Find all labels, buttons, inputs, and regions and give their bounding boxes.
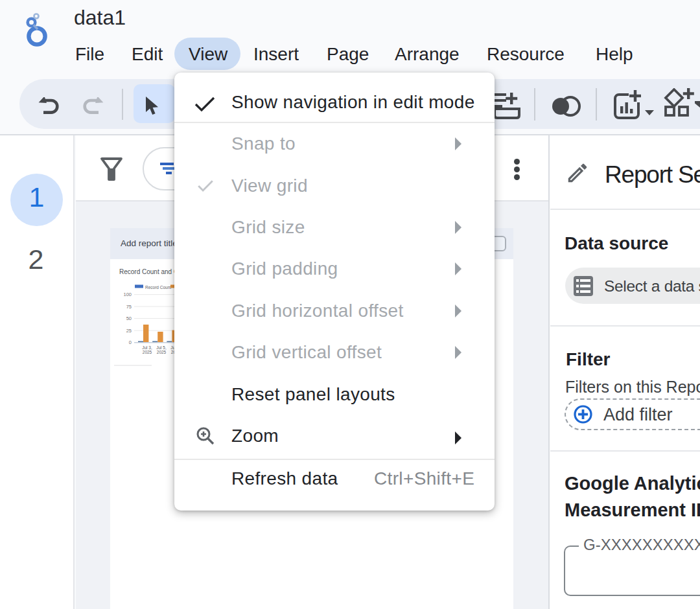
svg-text:50: 50	[126, 316, 132, 321]
svg-text:0: 0	[129, 339, 132, 345]
svg-text:Jul 3,: Jul 3,	[142, 345, 152, 350]
svg-text:Record Count: Record Count	[145, 285, 171, 290]
svg-text:2025: 2025	[143, 350, 152, 354]
svg-text:100: 100	[123, 292, 132, 297]
svg-text:75: 75	[126, 304, 132, 310]
svg-text:2025: 2025	[157, 350, 167, 354]
svg-text:Jul 5,: Jul 5,	[156, 345, 167, 350]
svg-text:25: 25	[126, 328, 132, 334]
